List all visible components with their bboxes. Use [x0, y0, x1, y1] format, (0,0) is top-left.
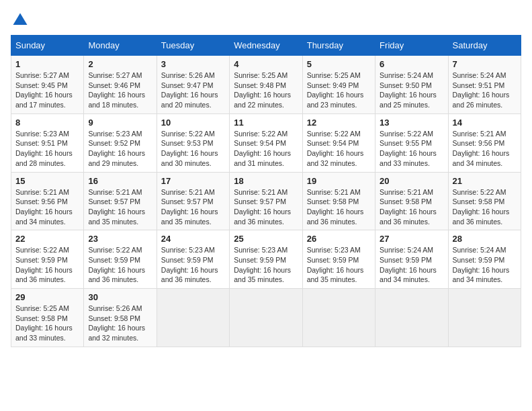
weekday-header-friday: Friday: [375, 36, 448, 56]
calendar-cell: 16Sunrise: 5:21 AMSunset: 9:57 PMDayligh…: [84, 172, 157, 230]
calendar-cell: 12Sunrise: 5:22 AMSunset: 9:54 PMDayligh…: [302, 113, 375, 172]
weekday-header-saturday: Saturday: [448, 36, 521, 56]
day-number: 19: [307, 176, 371, 186]
calendar-cell: 28Sunrise: 5:24 AMSunset: 9:59 PMDayligh…: [448, 230, 521, 289]
calendar-cell: 20Sunrise: 5:21 AMSunset: 9:58 PMDayligh…: [375, 172, 448, 230]
day-info: Sunrise: 5:22 AMSunset: 9:54 PMDaylight:…: [307, 129, 371, 169]
weekday-header-wednesday: Wednesday: [230, 36, 302, 56]
svg-rect-1: [17, 21, 24, 25]
page-header: [11, 11, 521, 30]
day-number: 5: [307, 59, 371, 69]
calendar-cell: 19Sunrise: 5:21 AMSunset: 9:58 PMDayligh…: [302, 172, 375, 230]
day-number: 27: [380, 234, 443, 244]
weekday-header-thursday: Thursday: [302, 36, 375, 56]
calendar-cell: 30Sunrise: 5:26 AMSunset: 9:58 PMDayligh…: [84, 289, 157, 347]
day-number: 11: [234, 118, 298, 128]
calendar-cell: 29Sunrise: 5:25 AMSunset: 9:58 PMDayligh…: [11, 289, 84, 347]
calendar-cell: [448, 289, 521, 347]
logo: [11, 11, 32, 30]
calendar-cell: 23Sunrise: 5:22 AMSunset: 9:59 PMDayligh…: [84, 230, 157, 289]
day-number: 30: [88, 292, 152, 302]
calendar-cell: 9Sunrise: 5:23 AMSunset: 9:52 PMDaylight…: [84, 113, 157, 172]
calendar-cell: 10Sunrise: 5:22 AMSunset: 9:53 PMDayligh…: [157, 113, 229, 172]
day-number: 9: [88, 118, 152, 128]
day-number: 15: [15, 176, 79, 186]
calendar-cell: [302, 289, 375, 347]
day-number: 20: [380, 176, 443, 186]
calendar-cell: 4Sunrise: 5:25 AMSunset: 9:48 PMDaylight…: [230, 56, 302, 114]
day-number: 12: [307, 118, 371, 128]
calendar-cell: 1Sunrise: 5:27 AMSunset: 9:45 PMDaylight…: [11, 56, 84, 114]
calendar-cell: 21Sunrise: 5:22 AMSunset: 9:58 PMDayligh…: [448, 172, 521, 230]
day-info: Sunrise: 5:21 AMSunset: 9:56 PMDaylight:…: [15, 187, 79, 227]
day-number: 10: [161, 118, 225, 128]
calendar-cell: 26Sunrise: 5:23 AMSunset: 9:59 PMDayligh…: [302, 230, 375, 289]
day-number: 8: [15, 118, 79, 128]
calendar-cell: 27Sunrise: 5:24 AMSunset: 9:59 PMDayligh…: [375, 230, 448, 289]
day-info: Sunrise: 5:21 AMSunset: 9:57 PMDaylight:…: [234, 187, 298, 227]
day-info: Sunrise: 5:21 AMSunset: 9:57 PMDaylight:…: [88, 187, 152, 227]
day-number: 3: [161, 59, 225, 69]
calendar-cell: 14Sunrise: 5:21 AMSunset: 9:56 PMDayligh…: [448, 113, 521, 172]
day-info: Sunrise: 5:22 AMSunset: 9:55 PMDaylight:…: [380, 129, 443, 169]
calendar-cell: 6Sunrise: 5:24 AMSunset: 9:50 PMDaylight…: [375, 56, 448, 114]
calendar-cell: [157, 289, 229, 347]
calendar-week-row: 8Sunrise: 5:23 AMSunset: 9:51 PMDaylight…: [11, 113, 521, 172]
day-info: Sunrise: 5:22 AMSunset: 9:53 PMDaylight:…: [161, 129, 225, 169]
day-info: Sunrise: 5:23 AMSunset: 9:59 PMDaylight:…: [307, 245, 371, 285]
weekday-header-tuesday: Tuesday: [157, 36, 229, 56]
weekday-header-monday: Monday: [84, 36, 157, 56]
day-number: 1: [15, 59, 79, 69]
day-info: Sunrise: 5:22 AMSunset: 9:59 PMDaylight:…: [88, 245, 152, 285]
day-info: Sunrise: 5:23 AMSunset: 9:59 PMDaylight:…: [234, 245, 298, 285]
calendar-cell: 25Sunrise: 5:23 AMSunset: 9:59 PMDayligh…: [230, 230, 302, 289]
calendar-week-row: 22Sunrise: 5:22 AMSunset: 9:59 PMDayligh…: [11, 230, 521, 289]
day-info: Sunrise: 5:24 AMSunset: 9:59 PMDaylight:…: [453, 245, 517, 285]
calendar-week-row: 15Sunrise: 5:21 AMSunset: 9:56 PMDayligh…: [11, 172, 521, 230]
day-number: 28: [453, 234, 517, 244]
day-number: 6: [380, 59, 443, 69]
calendar-cell: 7Sunrise: 5:24 AMSunset: 9:51 PMDaylight…: [448, 56, 521, 114]
day-info: Sunrise: 5:24 AMSunset: 9:51 PMDaylight:…: [453, 71, 517, 110]
day-info: Sunrise: 5:26 AMSunset: 9:47 PMDaylight:…: [161, 71, 225, 110]
day-number: 26: [307, 234, 371, 244]
day-info: Sunrise: 5:25 AMSunset: 9:48 PMDaylight:…: [234, 71, 298, 110]
calendar-cell: 11Sunrise: 5:22 AMSunset: 9:54 PMDayligh…: [230, 113, 302, 172]
day-number: 21: [453, 176, 517, 186]
day-info: Sunrise: 5:22 AMSunset: 9:58 PMDaylight:…: [453, 187, 517, 227]
day-info: Sunrise: 5:26 AMSunset: 9:58 PMDaylight:…: [88, 304, 152, 343]
day-info: Sunrise: 5:21 AMSunset: 9:56 PMDaylight:…: [453, 129, 517, 169]
day-number: 7: [453, 59, 517, 69]
day-info: Sunrise: 5:27 AMSunset: 9:45 PMDaylight:…: [15, 71, 79, 110]
day-info: Sunrise: 5:27 AMSunset: 9:46 PMDaylight:…: [88, 71, 152, 110]
calendar-cell: 18Sunrise: 5:21 AMSunset: 9:57 PMDayligh…: [230, 172, 302, 230]
day-number: 29: [15, 292, 79, 302]
calendar-table: SundayMondayTuesdayWednesdayThursdayFrid…: [11, 35, 521, 347]
day-number: 22: [15, 234, 79, 244]
logo-icon: [11, 11, 30, 30]
calendar-cell: [230, 289, 302, 347]
day-info: Sunrise: 5:21 AMSunset: 9:57 PMDaylight:…: [161, 187, 225, 227]
day-number: 25: [234, 234, 298, 244]
day-info: Sunrise: 5:22 AMSunset: 9:54 PMDaylight:…: [234, 129, 298, 169]
day-number: 23: [88, 234, 152, 244]
day-info: Sunrise: 5:21 AMSunset: 9:58 PMDaylight:…: [380, 187, 443, 227]
calendar-cell: 5Sunrise: 5:25 AMSunset: 9:49 PMDaylight…: [302, 56, 375, 114]
day-info: Sunrise: 5:25 AMSunset: 9:49 PMDaylight:…: [307, 71, 371, 110]
day-number: 13: [380, 118, 443, 128]
day-info: Sunrise: 5:23 AMSunset: 9:51 PMDaylight:…: [15, 129, 79, 169]
day-number: 24: [161, 234, 225, 244]
calendar-cell: 22Sunrise: 5:22 AMSunset: 9:59 PMDayligh…: [11, 230, 84, 289]
day-info: Sunrise: 5:24 AMSunset: 9:59 PMDaylight:…: [380, 245, 443, 285]
day-info: Sunrise: 5:25 AMSunset: 9:58 PMDaylight:…: [15, 304, 79, 343]
day-info: Sunrise: 5:23 AMSunset: 9:59 PMDaylight:…: [161, 245, 225, 285]
day-number: 4: [234, 59, 298, 69]
calendar-cell: 15Sunrise: 5:21 AMSunset: 9:56 PMDayligh…: [11, 172, 84, 230]
day-number: 14: [453, 118, 517, 128]
day-number: 18: [234, 176, 298, 186]
calendar-cell: 8Sunrise: 5:23 AMSunset: 9:51 PMDaylight…: [11, 113, 84, 172]
calendar-cell: 24Sunrise: 5:23 AMSunset: 9:59 PMDayligh…: [157, 230, 229, 289]
calendar-cell: 2Sunrise: 5:27 AMSunset: 9:46 PMDaylight…: [84, 56, 157, 114]
day-number: 17: [161, 176, 225, 186]
calendar-week-row: 29Sunrise: 5:25 AMSunset: 9:58 PMDayligh…: [11, 289, 521, 347]
